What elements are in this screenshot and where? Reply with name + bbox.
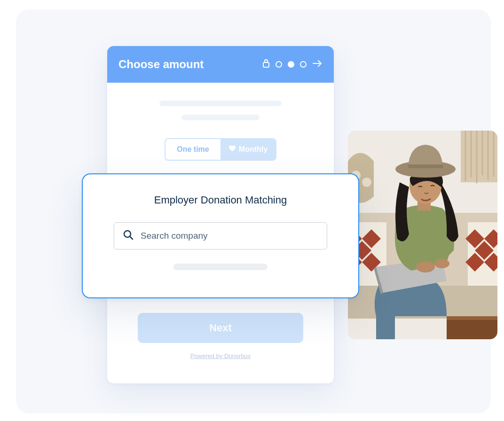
svg-point-17 bbox=[416, 261, 435, 273]
progress-step-2 bbox=[288, 61, 294, 68]
frequency-onetime[interactable]: One time bbox=[165, 139, 220, 160]
arrow-right-icon[interactable] bbox=[312, 60, 323, 69]
background-canvas: Choose amount bbox=[16, 9, 491, 413]
heart-icon bbox=[228, 145, 236, 154]
company-search-box[interactable] bbox=[114, 222, 327, 249]
card-header: Choose amount bbox=[107, 46, 334, 83]
header-title: Choose amount bbox=[118, 58, 256, 71]
svg-rect-16 bbox=[447, 316, 497, 320]
svg-point-18 bbox=[434, 259, 449, 268]
hero-photo bbox=[348, 131, 497, 339]
company-search-input[interactable] bbox=[141, 231, 318, 241]
skeleton-line bbox=[181, 115, 260, 120]
frequency-monthly-label: Monthly bbox=[239, 145, 268, 154]
powered-by-link[interactable]: Powered by Donorbox bbox=[190, 352, 251, 359]
progress-step-1 bbox=[276, 61, 282, 68]
header-controls bbox=[262, 59, 323, 70]
svg-line-24 bbox=[130, 237, 133, 240]
frequency-toggle: One time Monthly bbox=[165, 138, 276, 161]
svg-rect-2 bbox=[461, 131, 497, 182]
modal-title: Employer Donation Matching bbox=[154, 194, 287, 206]
skeleton-line bbox=[173, 264, 268, 270]
skeleton-line bbox=[159, 101, 282, 106]
frequency-monthly[interactable]: Monthly bbox=[220, 139, 276, 160]
svg-rect-0 bbox=[263, 62, 269, 67]
svg-point-10 bbox=[362, 178, 371, 187]
employer-matching-modal: Employer Donation Matching bbox=[82, 173, 359, 298]
next-button-label: Next bbox=[209, 322, 232, 334]
lock-icon bbox=[262, 59, 270, 70]
search-icon bbox=[123, 229, 134, 242]
next-button[interactable]: Next bbox=[138, 313, 303, 343]
progress-step-3 bbox=[300, 61, 307, 68]
svg-rect-22 bbox=[408, 164, 443, 168]
frequency-onetime-label: One time bbox=[177, 145, 209, 154]
